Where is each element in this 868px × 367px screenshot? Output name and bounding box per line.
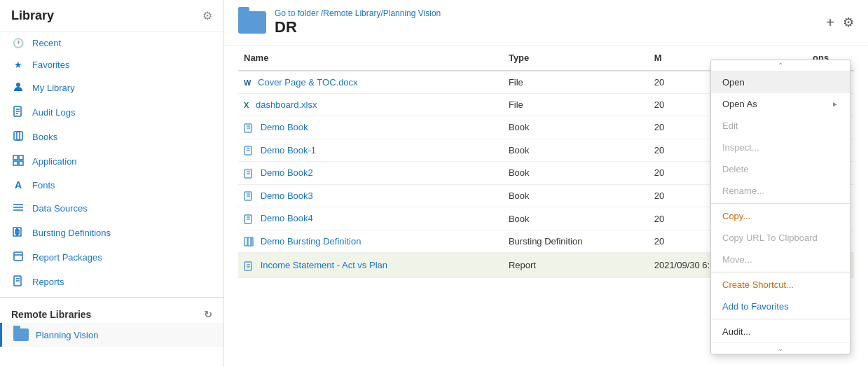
excel-icon: X bbox=[244, 101, 249, 109]
svg-rect-40 bbox=[244, 262, 252, 270]
context-menu-move[interactable]: Move... bbox=[711, 249, 850, 270]
sidebar-item-recent[interactable]: 🕐 Recent bbox=[0, 32, 223, 54]
file-link[interactable]: Demo Bursting Definition bbox=[261, 236, 361, 247]
sidebar-divider bbox=[0, 297, 223, 298]
context-menu-edit[interactable]: Edit bbox=[711, 115, 850, 137]
folder-title: DR bbox=[275, 18, 441, 36]
user-icon bbox=[11, 81, 25, 95]
sidebar-item-label: Data Sources bbox=[32, 203, 88, 214]
remote-libraries-section: Remote Libraries ↻ bbox=[0, 300, 223, 323]
file-link[interactable]: Demo Book3 bbox=[261, 191, 313, 201]
book-icon bbox=[244, 122, 256, 132]
sidebar-item-favorites[interactable]: ★ Favorites bbox=[0, 54, 223, 76]
book-icon bbox=[244, 191, 256, 201]
context-menu-create-shortcut-label: Create Shortcut... bbox=[722, 279, 794, 290]
svg-rect-9 bbox=[13, 161, 18, 165]
file-type-cell: Book bbox=[503, 116, 649, 139]
word-icon: W bbox=[244, 78, 251, 87]
context-menu-copy[interactable]: Copy... bbox=[711, 205, 850, 227]
svg-rect-39 bbox=[252, 237, 253, 246]
sidebar-item-label: Application bbox=[32, 156, 77, 167]
main-header: Go to folder /Remote Library/Planning Vi… bbox=[224, 0, 868, 46]
context-menu-audit[interactable]: Audit... bbox=[711, 321, 850, 342]
context-menu-add-favorites-label: Add to Favorites bbox=[722, 301, 789, 312]
context-menu-inspect-label: Inspect... bbox=[722, 142, 759, 153]
header-actions: + ⚙ bbox=[826, 15, 854, 31]
file-link[interactable]: Cover Page & TOC.docx bbox=[258, 77, 358, 88]
header-info: Go to folder /Remote Library/Planning Vi… bbox=[275, 8, 441, 36]
data-sources-icon bbox=[11, 202, 25, 215]
file-name-cell: Demo Book3 bbox=[238, 184, 503, 207]
sidebar: Library ⚙ 🕐 Recent ★ Favorites My Librar… bbox=[0, 0, 224, 367]
remote-libraries-title: Remote Libraries bbox=[11, 309, 91, 320]
application-icon bbox=[11, 155, 25, 168]
settings-button[interactable]: ⚙ bbox=[843, 15, 854, 30]
file-type-cell: Bursting Definition bbox=[503, 230, 649, 253]
breadcrumb-link[interactable]: Go to folder /Remote Library/Planning Vi… bbox=[275, 8, 441, 18]
file-type-cell: Book bbox=[503, 139, 649, 162]
planning-vision-label: Planning Vision bbox=[36, 330, 98, 340]
file-name-cell: Income Statement - Act vs Plan bbox=[238, 253, 503, 278]
sidebar-item-planning-vision[interactable]: Planning Vision bbox=[0, 323, 223, 347]
file-name-cell: Demo Book4 bbox=[238, 207, 503, 230]
report-item-icon bbox=[244, 260, 256, 270]
sidebar-header: Library ⚙ bbox=[0, 0, 223, 32]
context-menu-divider2 bbox=[711, 272, 850, 272]
sidebar-item-application[interactable]: Application bbox=[0, 149, 223, 174]
svg-rect-7 bbox=[13, 155, 18, 160]
file-link[interactable]: Demo Book2 bbox=[261, 167, 313, 178]
books-icon bbox=[11, 130, 25, 144]
file-link[interactable]: Demo Book-1 bbox=[261, 145, 316, 155]
audit-icon bbox=[11, 106, 25, 119]
context-menu-delete[interactable]: Delete bbox=[711, 158, 850, 180]
sidebar-gear-icon[interactable]: ⚙ bbox=[202, 9, 212, 22]
fonts-icon: A bbox=[11, 179, 25, 191]
file-type-cell: Report bbox=[503, 253, 649, 278]
context-menu-add-favorites[interactable]: Add to Favorites bbox=[711, 296, 850, 317]
sidebar-item-report-packages[interactable]: Report Packages bbox=[0, 245, 223, 270]
book-icon bbox=[244, 145, 256, 155]
chevron-right-icon: ► bbox=[832, 100, 839, 108]
context-menu-edit-label: Edit bbox=[722, 120, 738, 131]
context-menu-inspect[interactable]: Inspect... bbox=[711, 137, 850, 158]
context-menu-create-shortcut[interactable]: Create Shortcut... bbox=[711, 274, 850, 296]
star-icon: ★ bbox=[11, 60, 25, 70]
context-menu-divider3 bbox=[711, 319, 850, 319]
context-menu-divider1 bbox=[711, 203, 850, 204]
context-menu-copy-url[interactable]: Copy URL To Clipboard bbox=[711, 227, 850, 249]
svg-rect-17 bbox=[14, 252, 22, 261]
sidebar-item-label: Fonts bbox=[32, 180, 55, 191]
sidebar-item-fonts[interactable]: A Fonts bbox=[0, 174, 223, 196]
sidebar-item-label: Favorites bbox=[32, 60, 69, 70]
col-type: Type bbox=[503, 46, 649, 71]
context-menu-open-as[interactable]: Open As ► bbox=[711, 93, 850, 115]
add-button[interactable]: + bbox=[826, 15, 834, 31]
refresh-icon[interactable]: ↻ bbox=[204, 309, 212, 320]
context-menu-open-label: Open bbox=[722, 77, 745, 88]
file-type-cell: Book bbox=[503, 207, 649, 230]
sidebar-item-books[interactable]: Books bbox=[0, 125, 223, 149]
context-menu-open[interactable]: Open bbox=[711, 71, 850, 93]
sidebar-item-bursting[interactable]: Bursting Definitions bbox=[0, 221, 223, 245]
sidebar-item-label: Audit Logs bbox=[32, 107, 75, 118]
file-link[interactable]: Income Statement - Act vs Plan bbox=[261, 260, 387, 270]
file-name-cell: Demo Book-1 bbox=[238, 139, 503, 162]
sidebar-item-my-library[interactable]: My Library bbox=[0, 76, 223, 100]
bursting-icon bbox=[11, 226, 25, 240]
svg-rect-16 bbox=[15, 230, 19, 234]
file-type-cell: Book bbox=[503, 162, 649, 185]
file-name-cell: Demo Book2 bbox=[238, 162, 503, 185]
context-menu-rename[interactable]: Rename... bbox=[711, 180, 850, 202]
scroll-down-indicator[interactable]: ⌄ bbox=[711, 342, 850, 354]
sidebar-item-data-sources[interactable]: Data Sources bbox=[0, 196, 223, 221]
file-link[interactable]: Demo Book bbox=[261, 122, 308, 132]
file-name-cell: W Cover Page & TOC.docx bbox=[238, 71, 503, 94]
file-link[interactable]: Demo Book4 bbox=[261, 213, 313, 223]
sidebar-item-audit-logs[interactable]: Audit Logs bbox=[0, 100, 223, 125]
context-menu-rename-label: Rename... bbox=[722, 186, 764, 196]
file-link[interactable]: dashboard.xlsx bbox=[256, 99, 317, 110]
sidebar-title: Library bbox=[11, 8, 54, 23]
scroll-up-indicator[interactable]: ⌃ bbox=[711, 60, 850, 71]
book-icon bbox=[244, 213, 256, 223]
sidebar-item-reports[interactable]: Reports bbox=[0, 270, 223, 294]
